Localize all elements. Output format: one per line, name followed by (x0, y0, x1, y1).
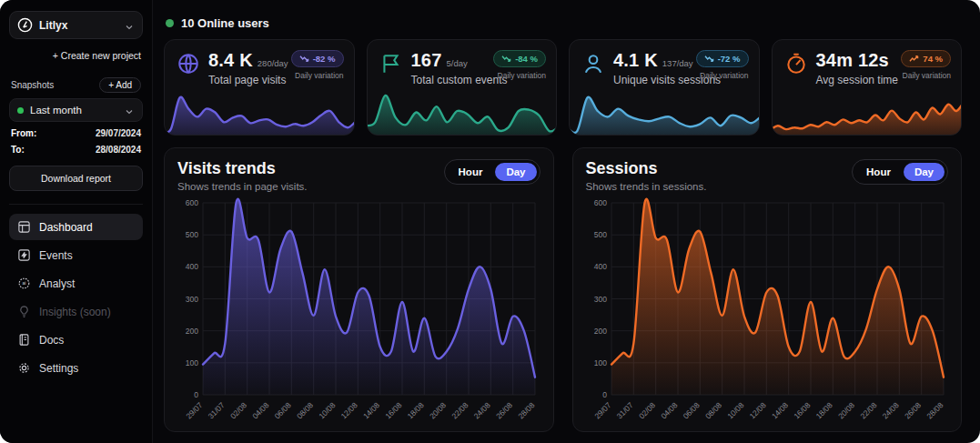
daily-variation-badge: -84 % (493, 50, 546, 67)
sidebar-item-dashboard[interactable]: Dashboard (9, 214, 143, 240)
svg-text:100: 100 (186, 358, 198, 367)
trend-up-icon (909, 55, 919, 63)
sessions-card: Sessions Shows trends in sessions. Hour … (572, 147, 963, 432)
add-snapshot-button[interactable]: + Add (99, 77, 141, 93)
online-users: 10 Online users (166, 16, 962, 30)
docs-icon (17, 333, 31, 347)
analyst-icon: ai (17, 277, 31, 290)
svg-text:500: 500 (593, 230, 606, 239)
create-new-project-link[interactable]: + Create new project (53, 50, 141, 61)
svg-text:28/08: 28/08 (516, 400, 536, 420)
project-name: Litlyx (39, 19, 117, 32)
svg-text:04/08: 04/08 (659, 400, 679, 420)
svg-text:200: 200 (593, 327, 606, 336)
stat-value: 8.4 K (208, 50, 253, 71)
stat-value: 34m 12s (816, 50, 889, 71)
charts-row: Visits trends Shows trends in page visit… (164, 147, 962, 432)
sidebar-item-events[interactable]: Events (9, 242, 143, 268)
chart-subtitle: Shows trends in sessions. (586, 181, 853, 192)
svg-text:04/08: 04/08 (250, 400, 270, 420)
svg-text:29/07: 29/07 (592, 400, 612, 420)
svg-text:08/08: 08/08 (295, 400, 315, 420)
sidebar-item-label: Analyst (39, 277, 75, 290)
snapshots-label: Snapshots (11, 80, 54, 90)
svg-text:14/08: 14/08 (361, 400, 381, 420)
svg-text:18/08: 18/08 (406, 400, 426, 420)
stat-label: Unique visits sessions (613, 74, 688, 86)
project-selector[interactable]: Litlyx (9, 11, 143, 39)
svg-text:200: 200 (186, 327, 198, 336)
sidebar-item-settings[interactable]: Settings (9, 355, 143, 381)
stat-value: 4.1 K (613, 50, 658, 71)
toggle-day-button[interactable]: Day (495, 163, 536, 181)
online-status-dot (166, 19, 174, 27)
stat-label: Total page visits (208, 74, 283, 86)
sidebar-item-label: Events (39, 249, 73, 262)
sidebar-item-label: Settings (39, 362, 78, 375)
from-label: From: (11, 128, 36, 138)
svg-text:26/08: 26/08 (902, 400, 922, 420)
svg-text:12/08: 12/08 (747, 400, 767, 420)
daily-variation-badge: -82 % (291, 50, 344, 67)
daily-variation-label: Daily variation (696, 71, 749, 80)
timer-icon (784, 52, 808, 76)
globe-icon (177, 52, 200, 76)
stat-per-day: 5/day (446, 58, 467, 68)
svg-text:12/08: 12/08 (339, 400, 359, 420)
daily-variation-badge: -72 % (696, 50, 749, 67)
daily-variation-badge: 74 % (901, 50, 951, 67)
sparkline-chart (164, 86, 355, 136)
svg-text:24/08: 24/08 (472, 400, 492, 420)
sparkline-chart (772, 86, 963, 136)
dashboard-icon (17, 220, 31, 234)
sessions-chart: 010020030040050060029/0731/0702/0804/080… (586, 196, 949, 426)
daily-variation-label: Daily variation (901, 71, 951, 80)
trend-down-icon (704, 55, 714, 63)
interval-toggle: Hour Day (444, 159, 541, 185)
main-content: 10 Online users 8.4 K 280/day Total page… (153, 0, 980, 443)
download-report-button[interactable]: Download report (9, 166, 143, 191)
chart-title: Visits trends (177, 159, 444, 178)
stat-card-avg-session-time: 34m 12s Avg session time 74 % Daily vari… (772, 39, 963, 136)
svg-text:22/08: 22/08 (858, 400, 878, 420)
chevron-down-icon (124, 20, 135, 31)
svg-text:06/08: 06/08 (681, 400, 701, 420)
sidebar-nav: Dashboard Events ai Analyst Insights (so… (9, 204, 143, 381)
from-value: 29/07/2024 (96, 128, 141, 138)
stat-per-day: 280/day (258, 58, 288, 68)
sidebar: Litlyx + Create new project Snapshots + … (0, 0, 153, 443)
trend-down-icon (299, 55, 309, 63)
snapshot-selector[interactable]: Last month (9, 98, 143, 122)
flag-icon (379, 52, 403, 76)
user-icon (581, 52, 605, 76)
svg-text:31/07: 31/07 (614, 400, 634, 420)
sidebar-item-analyst[interactable]: ai Analyst (9, 270, 143, 297)
svg-text:300: 300 (593, 295, 606, 304)
toggle-day-button[interactable]: Day (904, 163, 945, 181)
toggle-hour-button[interactable]: Hour (448, 163, 494, 181)
svg-text:16/08: 16/08 (383, 400, 403, 420)
svg-text:20/08: 20/08 (835, 400, 855, 420)
sidebar-item-label: Dashboard (39, 221, 93, 234)
svg-text:600: 600 (186, 198, 198, 207)
stat-card-total-custom-events: 167 5/day Total custom events -84 % Dail… (367, 39, 558, 136)
svg-text:500: 500 (186, 230, 198, 239)
snapshot-selected-value: Last month (30, 105, 117, 116)
svg-text:16/08: 16/08 (792, 400, 812, 420)
sidebar-item-label: Insights (soon) (39, 306, 111, 318)
svg-text:400: 400 (186, 262, 198, 271)
snapshot-status-dot (17, 107, 24, 114)
online-users-label: 10 Online users (181, 16, 269, 30)
svg-text:24/08: 24/08 (880, 400, 900, 420)
to-value: 28/08/2024 (96, 145, 141, 155)
svg-text:0: 0 (602, 390, 607, 399)
svg-text:10/08: 10/08 (725, 400, 745, 420)
visits-trends-card: Visits trends Shows trends in page visit… (164, 147, 554, 432)
stat-card-unique-visits-sessions: 4.1 K 137/day Unique visits sessions -72… (569, 39, 760, 136)
svg-text:26/08: 26/08 (494, 400, 514, 420)
toggle-hour-button[interactable]: Hour (855, 163, 902, 181)
svg-text:300: 300 (186, 295, 198, 304)
svg-text:400: 400 (593, 262, 606, 271)
sidebar-item-docs[interactable]: Docs (9, 327, 143, 353)
to-label: To: (11, 145, 25, 155)
